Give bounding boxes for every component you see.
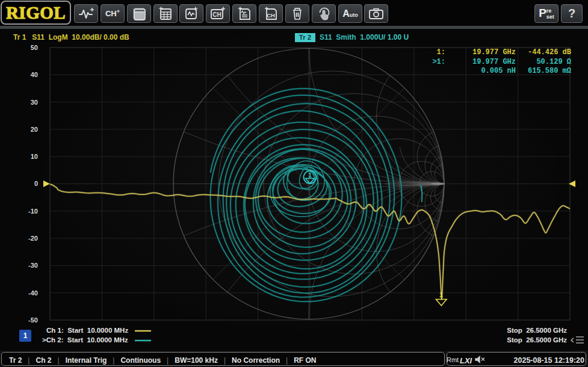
svg-text:1: 1 [439, 291, 443, 298]
svg-text:1: 1 [308, 172, 312, 179]
